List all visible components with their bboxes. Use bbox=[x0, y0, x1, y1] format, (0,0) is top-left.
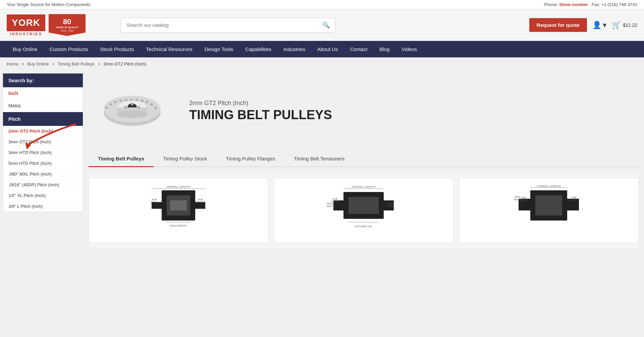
pitch-list: 2mm GT2 Pitch (Inch) 3mm GT2 Pitch (Inch… bbox=[3, 126, 83, 212]
header: YORK INDUSTRIES 80 YEARS OF QUALITY 1943… bbox=[0, 9, 644, 41]
svg-text:HUB: HUB bbox=[572, 196, 577, 199]
breadcrumb-timing-belt-pulleys[interactable]: Timing Belt Pulleys bbox=[58, 61, 95, 66]
tab-timing-belt-tensioners[interactable]: Timing Belt Tensioners bbox=[284, 151, 354, 167]
diagrams-area: OVERALL LENGTH FACE WIDTH HUB PROJ. HUB … bbox=[89, 173, 639, 248]
pitch-item-080-mxl[interactable]: .080" MXL Pitch (Inch) bbox=[3, 169, 83, 180]
chevron-down-icon: ▾ bbox=[603, 21, 606, 30]
nav-item-design-tools[interactable]: Design Tools bbox=[199, 41, 239, 57]
svg-text:PROJ.: PROJ. bbox=[387, 205, 394, 207]
header-actions: Request for quote 👤 ▾ 🛒 $12.22 bbox=[529, 18, 637, 32]
svg-rect-16 bbox=[154, 107, 157, 109]
breadcrumb-sep-2: > bbox=[52, 61, 55, 66]
product-image-area bbox=[89, 77, 176, 144]
svg-rect-8 bbox=[114, 101, 117, 103]
nav-item-contact[interactable]: Contact bbox=[344, 41, 374, 57]
quote-button[interactable]: Request for quote bbox=[529, 18, 587, 32]
pitch-item-38-l[interactable]: 3/8" L Pitch (Inch) bbox=[3, 201, 83, 212]
phone-label: Phone: bbox=[544, 2, 558, 7]
search-by-title: Search by: bbox=[3, 74, 83, 87]
svg-rect-12 bbox=[136, 99, 138, 101]
svg-point-24 bbox=[131, 103, 133, 105]
pitch-item-3mm-gt2[interactable]: 3mm GT2 Pitch (Inch) bbox=[3, 137, 83, 147]
product-hero: 2mm GT2 Pitch (Inch) TIMING BELT PULLEYS bbox=[89, 70, 639, 148]
breadcrumb-sep-3: > bbox=[98, 61, 100, 66]
logo-area: YORK INDUSTRIES 80 YEARS OF QUALITY 1943… bbox=[7, 14, 114, 36]
nav-item-buy-online[interactable]: Buy Online bbox=[7, 41, 43, 57]
user-menu-button[interactable]: 👤 ▾ bbox=[592, 21, 606, 30]
nav-item-technical-resources[interactable]: Technical Resources bbox=[140, 41, 198, 57]
top-bar: Your Single Source for Motion Components… bbox=[0, 0, 644, 9]
search-bar: 🔍 bbox=[121, 18, 335, 33]
svg-text:FACE WIDTH: FACE WIDTH bbox=[170, 224, 187, 227]
svg-text:WIDTH: WIDTH bbox=[327, 205, 334, 207]
diagram-3: OVERALL LENGTH FACE WIDTH HUB PROJ. HUB … bbox=[459, 178, 639, 243]
nav-item-stock-products[interactable]: Stock Products bbox=[94, 41, 140, 57]
nav-item-about-us[interactable]: About Us bbox=[311, 41, 344, 57]
phone-link[interactable]: Show number bbox=[559, 2, 588, 7]
nav-item-custom-products[interactable]: Custom Products bbox=[43, 41, 94, 57]
cart-button[interactable]: 🛒 $12.22 bbox=[612, 21, 637, 30]
nav-item-videos[interactable]: Videos bbox=[395, 41, 423, 57]
tab-timing-pulley-stock[interactable]: Timing Pulley Stock bbox=[154, 151, 216, 167]
pitch-item-3mm-htd[interactable]: 3mm HTD Pitch (Inch) bbox=[3, 147, 83, 158]
nav-item-capabilities[interactable]: Capabilities bbox=[239, 41, 277, 57]
breadcrumb-current: 2mm GT2 Pitch (Inch) bbox=[104, 61, 146, 66]
diagram-1: OVERALL LENGTH FACE WIDTH HUB PROJ. HUB … bbox=[89, 178, 268, 243]
breadcrumb-home[interactable]: Home bbox=[7, 61, 18, 66]
svg-rect-53 bbox=[535, 195, 562, 215]
nav-item-blog[interactable]: Blog bbox=[373, 41, 395, 57]
pitch-item-5mm-htd[interactable]: 5mm HTD Pitch (Inch) bbox=[3, 158, 83, 169]
pitch-item-0816-40dp[interactable]: .0816" (40DP) Pitch (Inch) bbox=[3, 180, 83, 190]
sidebar-item-inch[interactable]: Inch bbox=[3, 87, 83, 100]
svg-text:PROJ.: PROJ. bbox=[332, 200, 339, 203]
anniversary-badge: 80 YEARS OF QUALITY 1943 – 2023 bbox=[49, 14, 86, 36]
search-button[interactable]: 🔍 bbox=[317, 18, 335, 32]
logo-york: YORK bbox=[7, 14, 45, 31]
svg-text:1943 – 2023: 1943 – 2023 bbox=[60, 30, 73, 32]
sidebar: Search by: Inch Metric Pitch 2mm GT2 Pit… bbox=[3, 73, 83, 212]
cart-icon: 🛒 bbox=[612, 21, 621, 30]
svg-text:PROJ.: PROJ. bbox=[151, 201, 158, 203]
diagram-svg-3: OVERALL LENGTH FACE WIDTH HUB PROJ. HUB … bbox=[512, 184, 586, 237]
svg-text:HUB: HUB bbox=[521, 196, 526, 199]
breadcrumb: Home > Buy Online > Timing Belt Pulleys … bbox=[0, 57, 644, 70]
svg-text:YEARS OF QUALITY: YEARS OF QUALITY bbox=[56, 26, 79, 29]
sidebar-item-metric[interactable]: Metric bbox=[3, 100, 83, 112]
pitch-item-15-xl[interactable]: 1/5" XL Pitch (Inch) bbox=[3, 190, 83, 201]
product-tabs: Timing Belt Pulleys Timing Pulley Stock … bbox=[89, 151, 639, 167]
main-nav: Buy Online Custom Products Stock Product… bbox=[0, 41, 644, 57]
svg-text:OUTSIDE DIA.: OUTSIDE DIA. bbox=[355, 225, 372, 228]
svg-point-22 bbox=[124, 106, 127, 109]
product-title: TIMING BELT PULLEYS bbox=[189, 108, 639, 122]
nav-item-industries[interactable]: Industries bbox=[277, 41, 311, 57]
breadcrumb-buy-online[interactable]: Buy Online bbox=[28, 61, 49, 66]
tab-timing-belt-pulleys[interactable]: Timing Belt Pulleys bbox=[89, 151, 154, 167]
svg-rect-9 bbox=[119, 100, 122, 102]
search-input[interactable] bbox=[121, 18, 317, 32]
svg-rect-27 bbox=[170, 200, 187, 210]
svg-text:HUB: HUB bbox=[198, 198, 203, 201]
pitch-item-2mm-gt2[interactable]: 2mm GT2 Pitch (Inch) bbox=[3, 126, 83, 137]
user-icon: 👤 bbox=[592, 21, 601, 30]
svg-text:HUB: HUB bbox=[333, 198, 338, 200]
svg-text:PROJ.: PROJ. bbox=[520, 199, 527, 201]
diagram-svg-1: OVERALL LENGTH FACE WIDTH HUB PROJ. HUB … bbox=[142, 184, 215, 237]
svg-rect-39 bbox=[348, 197, 379, 214]
svg-text:FACE: FACE bbox=[327, 202, 333, 205]
product-subtitle: 2mm GT2 Pitch (Inch) bbox=[189, 100, 639, 107]
svg-text:OVERALL LENGTH: OVERALL LENGTH bbox=[537, 185, 561, 188]
svg-rect-6 bbox=[105, 107, 108, 109]
svg-text:OVERALL LENGTH: OVERALL LENGTH bbox=[352, 185, 376, 188]
svg-text:PROJ.: PROJ. bbox=[197, 201, 204, 203]
svg-text:PROJ.: PROJ. bbox=[571, 199, 578, 201]
content-area: 2mm GT2 Pitch (Inch) TIMING BELT PULLEYS… bbox=[83, 70, 644, 272]
main-content: Search by: Inch Metric Pitch 2mm GT2 Pit… bbox=[0, 70, 644, 272]
diagram-svg-2: OVERALL LENGTH FACE WIDTH HUB PROJ. HUB … bbox=[327, 184, 400, 237]
fax-info: Fax: +1 (516) 746-3741 bbox=[592, 2, 637, 7]
svg-text:HUB: HUB bbox=[388, 202, 393, 205]
svg-rect-10 bbox=[125, 99, 127, 101]
product-image bbox=[99, 77, 166, 144]
tab-timing-pulley-flanges[interactable]: Timing Pulley Flanges bbox=[216, 151, 284, 167]
svg-text:FACE: FACE bbox=[515, 196, 521, 198]
svg-rect-13 bbox=[141, 100, 144, 102]
